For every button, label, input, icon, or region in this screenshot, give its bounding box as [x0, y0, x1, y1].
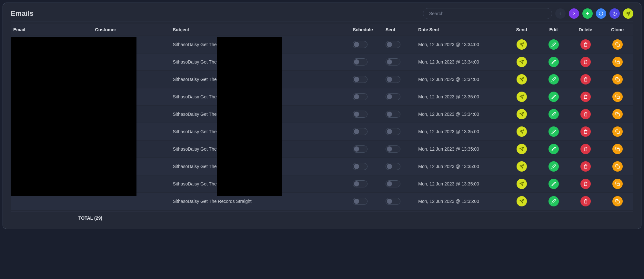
sent-toggle[interactable]	[386, 41, 400, 48]
power-button[interactable]	[609, 8, 620, 19]
cell-delete	[569, 106, 601, 123]
clone-button[interactable]	[612, 39, 623, 50]
col-clone: Clone	[601, 24, 633, 35]
svg-rect-22	[617, 131, 619, 134]
send-icon	[519, 199, 524, 204]
cell-delete	[569, 141, 601, 157]
delete-button[interactable]	[580, 126, 591, 137]
cell-edit	[538, 141, 569, 157]
clone-button[interactable]	[612, 92, 623, 102]
cell-subject: SithasoDaisy Get The Records Straight	[170, 141, 350, 157]
cell-subject: SithasoDaisy Get The Records Straight	[170, 193, 350, 210]
cell-edit	[538, 123, 569, 140]
clone-button[interactable]	[612, 109, 623, 119]
table-footer: TOTAL (29)	[11, 212, 633, 221]
clone-button[interactable]	[612, 74, 623, 85]
delete-button[interactable]	[580, 39, 591, 50]
next-page-button[interactable]	[569, 8, 579, 19]
schedule-toggle[interactable]	[353, 41, 367, 48]
cell-customer	[93, 141, 170, 157]
svg-rect-19	[617, 114, 619, 116]
cell-send	[506, 36, 538, 53]
cell-schedule	[350, 106, 383, 123]
sent-toggle[interactable]	[386, 58, 400, 65]
cell-edit	[538, 36, 569, 53]
schedule-toggle[interactable]	[353, 58, 367, 65]
send-button[interactable]	[517, 92, 527, 102]
edit-button[interactable]	[548, 109, 559, 119]
schedule-toggle[interactable]	[353, 76, 367, 83]
sent-toggle[interactable]	[386, 128, 400, 135]
clone-button[interactable]	[612, 57, 623, 67]
refresh-button[interactable]	[596, 8, 606, 19]
clone-button[interactable]	[612, 179, 623, 189]
sent-toggle[interactable]	[386, 180, 400, 187]
copy-icon	[615, 182, 620, 186]
cell-subject: SithasoDaisy Get The Records Straight	[170, 106, 350, 123]
clone-button[interactable]	[612, 161, 623, 172]
send-button[interactable]	[517, 144, 527, 154]
edit-button[interactable]	[548, 179, 559, 189]
cell-sent	[383, 36, 416, 53]
clone-button[interactable]	[612, 196, 623, 206]
cell-edit	[538, 54, 569, 70]
cell-send	[506, 158, 538, 175]
edit-button[interactable]	[548, 74, 559, 85]
cell-date-sent: Mon, 12 Jun 2023 @ 13:35:00	[416, 88, 506, 105]
edit-button[interactable]	[548, 39, 559, 50]
sent-toggle[interactable]	[386, 111, 400, 118]
sent-toggle[interactable]	[386, 93, 400, 100]
delete-button[interactable]	[580, 161, 591, 172]
edit-button[interactable]	[548, 161, 559, 172]
edit-button[interactable]	[548, 196, 559, 206]
schedule-toggle[interactable]	[353, 163, 367, 170]
schedule-toggle[interactable]	[353, 93, 367, 100]
cell-date-sent: Mon, 12 Jun 2023 @ 13:35:00	[416, 141, 506, 157]
schedule-toggle[interactable]	[353, 128, 367, 135]
edit-button[interactable]	[548, 144, 559, 154]
search-input[interactable]	[423, 8, 552, 19]
delete-button[interactable]	[580, 57, 591, 67]
sent-toggle[interactable]	[386, 76, 400, 83]
delete-button[interactable]	[580, 144, 591, 154]
send-button[interactable]	[517, 109, 527, 119]
send-button[interactable]	[517, 74, 527, 85]
pencil-icon	[551, 199, 556, 204]
send-button[interactable]	[517, 161, 527, 172]
sent-toggle[interactable]	[386, 198, 400, 205]
send-button[interactable]	[517, 57, 527, 67]
add-button[interactable]	[582, 8, 593, 19]
delete-button[interactable]	[580, 196, 591, 206]
delete-button[interactable]	[580, 92, 591, 102]
cell-sent	[383, 71, 416, 88]
col-subject: Subject	[170, 24, 350, 35]
send-all-button[interactable]	[623, 8, 633, 19]
emails-panel: Emails	[3, 3, 641, 229]
cell-delete	[569, 123, 601, 140]
cell-edit	[538, 71, 569, 88]
sent-toggle[interactable]	[386, 163, 400, 170]
clone-button[interactable]	[612, 126, 623, 137]
send-button[interactable]	[517, 179, 527, 189]
schedule-toggle[interactable]	[353, 198, 367, 205]
schedule-toggle[interactable]	[353, 111, 367, 118]
edit-button[interactable]	[548, 126, 559, 137]
cell-delete	[569, 175, 601, 192]
edit-button[interactable]	[548, 57, 559, 67]
delete-button[interactable]	[580, 179, 591, 189]
send-button[interactable]	[517, 126, 527, 137]
delete-button[interactable]	[580, 74, 591, 85]
edit-button[interactable]	[548, 92, 559, 102]
svg-rect-25	[617, 148, 619, 151]
send-icon	[519, 147, 524, 151]
table-row: SithasoDaisy Get The Records StraightMon…	[11, 193, 633, 210]
cell-schedule	[350, 193, 383, 210]
delete-button[interactable]	[580, 109, 591, 119]
sent-toggle[interactable]	[386, 145, 400, 153]
clone-button[interactable]	[612, 144, 623, 154]
send-button[interactable]	[517, 39, 527, 50]
schedule-toggle[interactable]	[353, 180, 367, 187]
cell-clone	[601, 71, 633, 88]
send-button[interactable]	[517, 196, 527, 206]
schedule-toggle[interactable]	[353, 145, 367, 153]
